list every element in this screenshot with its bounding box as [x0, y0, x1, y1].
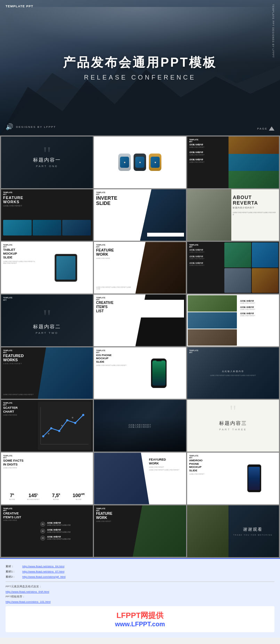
about-right-text: ABOUTREVERTA 标题内容介绍内容子 点此输入内容介绍内容子点此输入内容…	[233, 195, 277, 216]
pgrid-text: 点此输入标题内容 点此输入内容介绍内容子 点此输入标题内容 点此输入内容介绍内容…	[189, 249, 223, 269]
watch-screen-3: ⌚	[151, 157, 160, 168]
stat-1-label: 输入内容	[9, 499, 15, 500]
speaker-icon: 🔊	[6, 123, 13, 131]
footer-url-1[interactable]: http://www.fload.net/skins_64.html	[22, 565, 64, 568]
slide-fw-dark2[interactable]: TEMPLATEPPT FEATUREWORK 点此输入内容介绍内容子	[94, 505, 186, 557]
android-device	[247, 464, 261, 492]
pgrid-img-3	[224, 268, 251, 293]
stat-1: 7k 输入内容	[9, 493, 15, 500]
cdark-item-2: 02 点此输入标题内容点此输入内容介绍内容子点此输入内容	[40, 529, 91, 534]
scatter-svg	[38, 402, 91, 450]
quote-icon-3: "	[230, 403, 237, 420]
slide-featured-work-light[interactable]: TEMPLATEPPT FEAYUREDWORK 点此输入内容介绍内容子 点此输…	[94, 453, 186, 504]
stat-2: 145L 输入内容介绍内容子	[27, 493, 40, 500]
watch-screen-1: ⌚	[120, 157, 129, 168]
animals-text: 点此输入标题内容 点此输入内容介绍内容子 点此输入标题内容 点此输入内容介绍内容…	[189, 143, 228, 166]
tablet-left-text: TABLETMOCKUPSLIDE 点此输入内容介绍内容子点此输入内容介绍内容子…	[3, 248, 35, 264]
ios-left-text: IOS PHONEMOCKUPSLIDE 点此输入内容介绍内容子点此输入内容介绍…	[96, 354, 128, 366]
forest-image	[229, 171, 279, 188]
animal-item-3: 点此输入标题内容 点此输入内容介绍内容子	[189, 158, 228, 163]
svg-point-10	[48, 433, 49, 435]
footer-note-2: PPT模板推荐：	[6, 595, 274, 599]
scatter-brand: TEMPLATEPPT	[3, 402, 13, 406]
svg-point-5	[50, 427, 52, 429]
ios-device	[151, 358, 167, 388]
slide-feature-work[interactable]: TEMPLATEPPT FEATUREWORK 点此输入内容介绍内容 点此输入内…	[94, 242, 186, 294]
about-sub: 标题内容介绍内容子	[233, 206, 277, 209]
animals-images	[229, 137, 279, 188]
ios-notch	[156, 360, 161, 361]
slide-watches[interactable]: TEMPLATEPPT ⌚ ⌚ ⌚	[94, 137, 186, 188]
clist-items: ● 点此输入标题内容介绍内容点此输入内容介绍内容子点此输入内容 ● 点此输入标题…	[140, 300, 184, 317]
inv-title: INVERTESLIDE	[96, 196, 117, 206]
bullet-1: ●	[140, 300, 143, 303]
ios-desc: 点此输入内容介绍内容子点此输入内容介绍内容子	[96, 365, 128, 366]
ios-title: IOS PHONEMOCKUPSLIDE	[96, 354, 128, 364]
scatter-title: SCATTERCHART 点此输入内容介绍内容	[3, 406, 18, 416]
about-bg-image	[187, 189, 231, 241]
footer-label-1: 素材：	[6, 564, 19, 568]
footer-label-3: 素材2：	[6, 575, 19, 579]
stat-3: 7,5k 输入内容	[52, 493, 60, 500]
facts-title: SOME FACTSIN DIGITS 点此输入内容介绍内容	[3, 459, 24, 469]
slide-photo-grid[interactable]: TEMPLATEPPT 点此输入标题内容 点此输入内容介绍内容子 点此输入标题内…	[187, 242, 279, 294]
watches-row: ⌚ ⌚ ⌚	[94, 137, 186, 188]
clist-title: CREATIVEITEM'SLIST	[96, 301, 113, 313]
ty-title-cn: 谢谢观看	[243, 527, 263, 532]
slide-facts[interactable]: TEMPLATEPPT SOME FACTSIN DIGITS 点此输入内容介绍…	[1, 453, 93, 504]
footer-note-url-1[interactable]: http://www.fload.net/skins_64/f.html	[6, 590, 49, 593]
slide-scatter[interactable]: TEMPLATEPPT SCATTERCHART 点此输入内容介绍内容	[1, 400, 93, 452]
facts-stats: 7k 输入内容 145L 输入内容介绍内容子 7,5k 输入内容 100HR 输…	[3, 493, 91, 500]
slide-part-three[interactable]: TEMPLATEPPT " 标题内容三 PART THREE	[187, 400, 279, 452]
svg-point-4	[42, 435, 44, 437]
pgrid-item-2: 点此输入标题内容 点此输入内容介绍内容子	[189, 255, 223, 260]
footer-label-2: 素材1：	[6, 570, 19, 573]
fwork-desc: 点此输入内容介绍内容子点此输入内容介绍内容子点此输入内容	[96, 287, 131, 290]
featworks-brand: TEMPLATEPPT	[3, 349, 13, 354]
slide-part-one[interactable]: TEMPLATEPPT " 标题内容一 PART ONE	[1, 137, 93, 188]
slide-about[interactable]: TEMPLATEPPT ABOUTREVERTA 标题内容介绍内容子 点此输入内…	[187, 189, 279, 241]
featworks-desc: 点此输入内容介绍内容子点此输入内容介绍内容子	[3, 394, 35, 396]
slide-ios[interactable]: TEMPLATEPPT IOS PHONEMOCKUPSLIDE 点此输入内容介…	[94, 347, 186, 399]
slide-animals[interactable]: TEMPLATEPPT 点此输入标题内容 点此输入内容介绍内容子 点此输入标题内…	[187, 137, 279, 188]
pgrid-brand: TEMPLATEPPT	[189, 244, 199, 248]
dl-text: 点此输入内容介绍内容子点此输入内容介绍内容子	[128, 424, 151, 428]
inv-main-title: INVERTESLIDE	[96, 196, 117, 206]
slide-feature-works[interactable]: TEMPLATEPPT FEATUREWORKS 点此输入内容介绍内容子	[1, 189, 93, 241]
pt-text: 点此输入标题内容 点此输入内容介绍内容子 点此输入标题内容 点此输入内容介绍内容…	[240, 300, 277, 319]
slide-photos-text[interactable]: TEMPLATEPPT 点此输入标题内容 点此输入内容介绍内容子 点此输入标题内…	[187, 295, 279, 346]
slide-dark-landscape[interactable]: TEMPLATEPPT 点此输入内容介绍内容子点此输入内容介绍内容子	[94, 400, 186, 452]
slide-thankyou[interactable]: TEMPLATEPPT 谢谢观看 THANK YOU FOR WATCHING	[187, 505, 279, 557]
pgrid-img-1	[224, 242, 251, 267]
pt-photo-3	[188, 329, 237, 346]
slide-featured-works[interactable]: TEMPLATEPPT FEATUREDWORKS 点此输入内容介绍内容子 点此…	[1, 347, 93, 399]
featworks-sub: 点此输入内容介绍内容子	[3, 363, 24, 364]
slide-creative-dark[interactable]: TEMPLATEPPT CREATIVEITEM'S LIST 点此输入内容介绍…	[1, 505, 93, 557]
footer-url-3[interactable]: http://www.fload.com/skins/gif_html	[22, 575, 66, 578]
stat-3-unit: k	[59, 493, 60, 496]
slide-android[interactable]: TEMPLATEPPT AMDROIOPHONEMOCKUPSLIDE 点此输入…	[187, 453, 279, 504]
fw-images	[3, 220, 91, 236]
slide-part-two[interactable]: TEMPLATEPPT " 标题内容二 PART TWO	[1, 295, 93, 346]
fwork-brand: TEMPLATEPPT	[96, 244, 105, 248]
slide-tablet[interactable]: TEMPLATEPPT TABLETMOCKUPSLIDE 点此输入内容介绍内容…	[1, 242, 93, 294]
stat-4-label: 输入内容	[73, 499, 85, 500]
fw-subtitle: 点此输入内容介绍内容子	[3, 205, 23, 207]
clist-brand: TEMPLATEPPT	[96, 297, 105, 301]
footer-url-2[interactable]: http://www.fload.net/skins_67.html	[22, 570, 64, 573]
pt-photo-1	[188, 295, 237, 312]
fwork-title: FEATUREWORK 点此输入内容介绍内容	[96, 248, 114, 259]
featworks-images	[38, 347, 93, 399]
footer-note-url-2[interactable]: http://www.fload.com/skins_101.html	[6, 600, 50, 603]
featworks-main-title: FEATUREDWORKS	[3, 354, 24, 362]
slide-creative-list[interactable]: TEMPLATEPPT CREATIVEITEM'SLIST ● 点此输入标题内…	[94, 295, 186, 346]
svg-point-12	[72, 417, 73, 419]
slide-inverted[interactable]: TEMPLATEPPT INVERTESLIDE 点此输入内容介绍内容子点此输入…	[94, 189, 186, 241]
android-desc: 点此输入内容介绍内容子	[189, 473, 226, 475]
slide-landscape-text[interactable]: TEMPLATEPPT 点此输入标题内容 点此输入内容介绍内容子点此输入内容介绍…	[187, 347, 279, 399]
cdark-item-1: 01 点此输入标题内容点此输入内容介绍内容子点此输入内容	[40, 522, 91, 527]
landscape-title: 点此输入标题内容	[222, 370, 244, 373]
android-title: AMDROIOPHONEMOCKUPSLIDE	[189, 459, 226, 472]
clist-item-2: ● 点此输入标题内容介绍内容点此输入内容介绍内容子点此输入内容	[140, 306, 184, 311]
ty-title-en: THANK YOU FOR WATCHING	[233, 534, 273, 536]
